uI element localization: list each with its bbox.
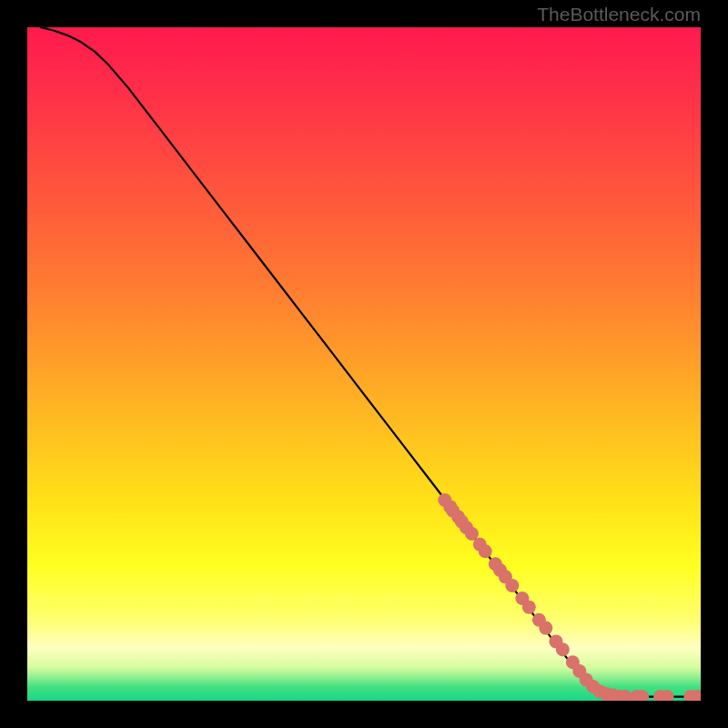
plot-background [27,27,701,701]
plot-area [27,27,701,701]
plot-svg [27,27,701,701]
data-point [556,642,570,656]
attribution-label: TheBottleneck.com [537,4,701,25]
data-point [465,527,479,541]
data-point [539,622,552,635]
data-point [505,579,519,592]
chart-container: TheBottleneck.com [0,0,728,728]
data-point [522,601,536,614]
data-point [479,544,492,558]
